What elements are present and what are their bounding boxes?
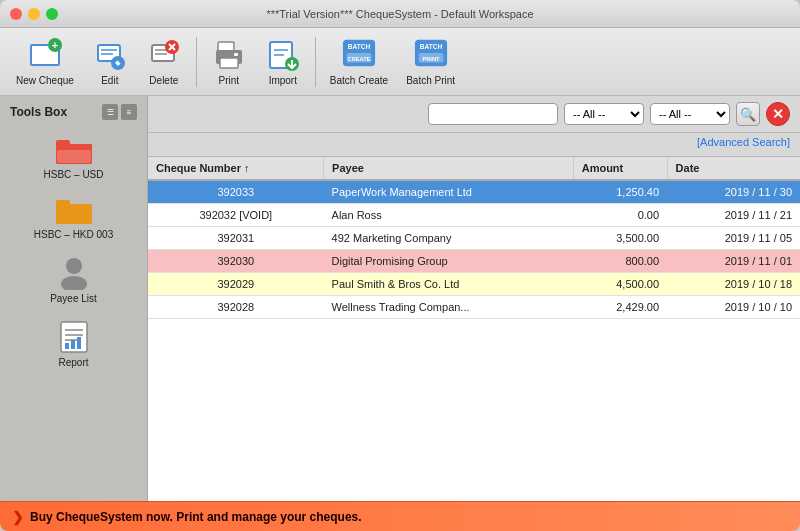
cell-amount: 2,429.00 xyxy=(573,296,667,319)
report-icon xyxy=(59,320,89,357)
batch-print-button[interactable]: BATCH PRINT Batch Print xyxy=(398,33,463,91)
edit-button[interactable]: Edit xyxy=(84,33,136,91)
table-row[interactable]: 392031492 Marketing Company3,500.002019 … xyxy=(148,227,800,250)
svg-rect-31 xyxy=(57,150,91,163)
cell-date: 2019 / 10 / 10 xyxy=(667,296,800,319)
separator-2 xyxy=(315,37,316,87)
table-row[interactable]: 392029Paul Smith & Bros Co. Ltd4,500.002… xyxy=(148,273,800,296)
batch-create-label: Batch Create xyxy=(330,75,388,86)
cell-payee: Wellness Trading Compan... xyxy=(324,296,574,319)
sidebar-controls: ☰ ≡ xyxy=(102,104,137,120)
search-button[interactable]: 🔍 xyxy=(736,102,760,126)
svg-rect-43 xyxy=(77,337,81,349)
table-header-row: Cheque Number ↑ Payee Amount Date xyxy=(148,157,800,180)
cell-date: 2019 / 11 / 01 xyxy=(667,250,800,273)
batch-print-icon: BATCH PRINT xyxy=(413,37,449,73)
new-cheque-button[interactable]: + New Cheque xyxy=(8,33,82,91)
svg-text:BATCH: BATCH xyxy=(348,43,371,50)
svg-rect-41 xyxy=(65,343,69,349)
filter-dropdown-2[interactable]: -- All -- xyxy=(650,103,730,125)
sidebar-item-hsbc-usd[interactable]: HSBC – USD xyxy=(4,130,143,186)
delete-button[interactable]: Delete xyxy=(138,33,190,91)
edit-label: Edit xyxy=(101,75,118,86)
cell-cheque-number: 392029 xyxy=(148,273,324,296)
print-label: Print xyxy=(219,75,240,86)
batch-print-label: Batch Print xyxy=(406,75,455,86)
separator-1 xyxy=(196,37,197,87)
title-bar: ***Trial Version*** ChequeSystem - Defau… xyxy=(0,0,800,28)
sidebar-hsbc-hkd-label: HSBC – HKD 003 xyxy=(34,229,113,240)
cell-cheque-number: 392031 xyxy=(148,227,324,250)
search-input[interactable] xyxy=(428,103,558,125)
status-arrow-icon: ❯ xyxy=(12,509,24,525)
svg-text:PRINT: PRINT xyxy=(422,56,440,62)
col-header-amount[interactable]: Amount xyxy=(573,157,667,180)
cell-cheque-number: 392028 xyxy=(148,296,324,319)
maximize-button[interactable] xyxy=(46,8,58,20)
cell-date: 2019 / 10 / 18 xyxy=(667,273,800,296)
col-header-payee[interactable]: Payee xyxy=(324,157,574,180)
svg-rect-34 xyxy=(56,204,92,224)
sidebar-report-label: Report xyxy=(58,357,88,368)
table-row[interactable]: 392033PaperWork Management Ltd1,250.4020… xyxy=(148,180,800,204)
cell-date: 2019 / 11 / 30 xyxy=(667,180,800,204)
svg-point-35 xyxy=(66,258,82,274)
close-button[interactable] xyxy=(10,8,22,20)
cell-amount: 1,250.40 xyxy=(573,180,667,204)
person-icon xyxy=(57,256,91,293)
main-content: Tools Box ☰ ≡ HSBC – USD xyxy=(0,96,800,501)
edit-icon xyxy=(92,37,128,73)
batch-create-button[interactable]: BATCH CREATE Batch Create xyxy=(322,33,396,91)
svg-rect-13 xyxy=(220,58,238,68)
sidebar-item-hsbc-hkd[interactable]: HSBC – HKD 003 xyxy=(4,190,143,246)
cell-date: 2019 / 11 / 05 xyxy=(667,227,800,250)
right-panel: -- All -- -- All -- 🔍 ✕ [Advanced Search… xyxy=(148,96,800,501)
data-table-area: Cheque Number ↑ Payee Amount Date 392033… xyxy=(148,157,800,501)
delete-label: Delete xyxy=(149,75,178,86)
svg-rect-14 xyxy=(234,53,238,56)
print-icon xyxy=(211,37,247,73)
advanced-search-link[interactable]: [Advanced Search] xyxy=(148,135,790,152)
cell-payee: Paul Smith & Bros Co. Ltd xyxy=(324,273,574,296)
cell-cheque-number: 392030 xyxy=(148,250,324,273)
search-icon: 🔍 xyxy=(740,107,756,122)
minimize-button[interactable] xyxy=(28,8,40,20)
sidebar-title: Tools Box xyxy=(10,105,67,119)
svg-text:BATCH: BATCH xyxy=(419,43,442,50)
col-header-cheque-number[interactable]: Cheque Number ↑ xyxy=(148,157,324,180)
clear-button[interactable]: ✕ xyxy=(766,102,790,126)
batch-create-icon: BATCH CREATE xyxy=(341,37,377,73)
search-bar: -- All -- -- All -- 🔍 ✕ xyxy=(148,96,800,133)
sidebar-header: Tools Box ☰ ≡ xyxy=(4,100,143,124)
import-icon xyxy=(265,37,301,73)
folder-open-icon xyxy=(56,136,92,169)
col-header-date[interactable]: Date xyxy=(667,157,800,180)
cell-payee: 492 Marketing Company xyxy=(324,227,574,250)
print-button[interactable]: Print xyxy=(203,33,255,91)
cell-amount: 3,500.00 xyxy=(573,227,667,250)
svg-text:CREATE: CREATE xyxy=(348,56,371,62)
status-text: Buy ChequeSystem now. Print and manage y… xyxy=(30,510,362,524)
clear-icon: ✕ xyxy=(772,106,784,122)
folder-closed-icon xyxy=(56,196,92,229)
sidebar-toggle-btn[interactable]: ☰ xyxy=(102,104,118,120)
sidebar-list-btn[interactable]: ≡ xyxy=(121,104,137,120)
filter-dropdown-1[interactable]: -- All -- xyxy=(564,103,644,125)
window-controls xyxy=(10,8,58,20)
table-row[interactable]: 392028Wellness Trading Compan...2,429.00… xyxy=(148,296,800,319)
sidebar-item-report[interactable]: Report xyxy=(4,314,143,374)
sidebar-hsbc-usd-label: HSBC – USD xyxy=(43,169,103,180)
svg-rect-42 xyxy=(71,340,75,349)
cell-cheque-number: 392033 xyxy=(148,180,324,204)
cell-payee: PaperWork Management Ltd xyxy=(324,180,574,204)
sidebar-item-payee-list[interactable]: Payee List xyxy=(4,250,143,310)
import-button[interactable]: Import xyxy=(257,33,309,91)
cheque-table: Cheque Number ↑ Payee Amount Date 392033… xyxy=(148,157,800,319)
cell-amount: 800.00 xyxy=(573,250,667,273)
toolbar: + New Cheque Edit xyxy=(0,28,800,96)
table-row[interactable]: 392032 [VOID]Alan Ross0.002019 / 11 / 21 xyxy=(148,204,800,227)
cell-date: 2019 / 11 / 21 xyxy=(667,204,800,227)
window-title: ***Trial Version*** ChequeSystem - Defau… xyxy=(266,8,533,20)
cell-payee: Digital Promising Group xyxy=(324,250,574,273)
table-row[interactable]: 392030Digital Promising Group800.002019 … xyxy=(148,250,800,273)
